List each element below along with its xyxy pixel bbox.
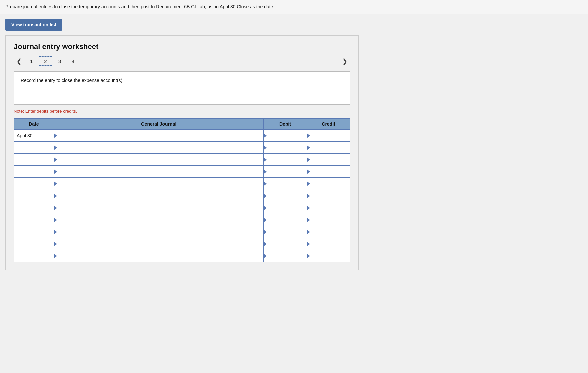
tab-prev-arrow[interactable]: ❮	[14, 57, 25, 66]
cell-credit-0[interactable]	[307, 130, 350, 142]
header-general-journal: General Journal	[54, 119, 264, 130]
cell-journal-0[interactable]	[54, 130, 264, 142]
table-header-row: Date General Journal Debit Credit	[14, 119, 350, 130]
cell-journal-2[interactable]	[54, 154, 264, 166]
table-row	[14, 226, 350, 238]
tab-next-arrow[interactable]: ❯	[339, 57, 350, 66]
worksheet-container: Journal entry worksheet ❮ 1 2 3 4 ❯ Reco…	[5, 35, 359, 270]
cell-date-3[interactable]	[14, 166, 54, 178]
table-row	[14, 190, 350, 202]
cell-journal-1[interactable]	[54, 142, 264, 154]
cell-journal-7[interactable]	[54, 214, 264, 226]
cell-date-6[interactable]	[14, 202, 54, 214]
cell-credit-6[interactable]	[307, 202, 350, 214]
cell-debit-2[interactable]	[264, 154, 307, 166]
cell-journal-3[interactable]	[54, 166, 264, 178]
cell-journal-8[interactable]	[54, 226, 264, 238]
cell-journal-5[interactable]	[54, 190, 264, 202]
tab-navigation: ❮ 1 2 3 4 ❯	[14, 56, 350, 66]
cell-debit-4[interactable]	[264, 178, 307, 190]
cell-date-2[interactable]	[14, 154, 54, 166]
cell-credit-3[interactable]	[307, 166, 350, 178]
header-date: Date	[14, 119, 54, 130]
table-row	[14, 154, 350, 166]
table-row: April 30	[14, 130, 350, 142]
cell-credit-9[interactable]	[307, 238, 350, 250]
table-row	[14, 166, 350, 178]
worksheet-title: Journal entry worksheet	[14, 42, 350, 51]
instruction-box-text: Record the entry to close the expense ac…	[21, 78, 124, 83]
cell-date-9[interactable]	[14, 238, 54, 250]
cell-debit-9[interactable]	[264, 238, 307, 250]
cell-credit-10[interactable]	[307, 250, 350, 262]
header-debit: Debit	[264, 119, 307, 130]
header-credit: Credit	[307, 119, 350, 130]
cell-journal-6[interactable]	[54, 202, 264, 214]
cell-date-10[interactable]	[14, 250, 54, 262]
cell-date-4[interactable]	[14, 178, 54, 190]
cell-debit-5[interactable]	[264, 190, 307, 202]
cell-journal-9[interactable]	[54, 238, 264, 250]
cell-date-0[interactable]: April 30	[14, 130, 54, 142]
cell-debit-1[interactable]	[264, 142, 307, 154]
cell-debit-10[interactable]	[264, 250, 307, 262]
cell-journal-4[interactable]	[54, 178, 264, 190]
table-row	[14, 142, 350, 154]
cell-credit-2[interactable]	[307, 154, 350, 166]
cell-debit-0[interactable]	[264, 130, 307, 142]
tab-1[interactable]: 1	[25, 57, 37, 65]
view-transactions-button[interactable]: View transaction list	[5, 19, 62, 31]
cell-date-7[interactable]	[14, 214, 54, 226]
cell-credit-1[interactable]	[307, 142, 350, 154]
instruction-text: Prepare journal entries to close the tem…	[5, 4, 274, 9]
cell-credit-8[interactable]	[307, 226, 350, 238]
instruction-box: Record the entry to close the expense ac…	[14, 71, 350, 105]
note-text: Note: Enter debits before credits.	[14, 109, 350, 114]
table-row	[14, 202, 350, 214]
table-row	[14, 250, 350, 262]
tab-2[interactable]: 2	[39, 56, 52, 66]
table-row	[14, 238, 350, 250]
cell-journal-10[interactable]	[54, 250, 264, 262]
cell-date-8[interactable]	[14, 226, 54, 238]
cell-debit-6[interactable]	[264, 202, 307, 214]
cell-date-5[interactable]	[14, 190, 54, 202]
cell-credit-7[interactable]	[307, 214, 350, 226]
cell-debit-3[interactable]	[264, 166, 307, 178]
cell-credit-5[interactable]	[307, 190, 350, 202]
cell-credit-4[interactable]	[307, 178, 350, 190]
table-row	[14, 178, 350, 190]
instruction-bar: Prepare journal entries to close the tem…	[0, 0, 588, 14]
cell-debit-8[interactable]	[264, 226, 307, 238]
cell-debit-7[interactable]	[264, 214, 307, 226]
cell-date-1[interactable]	[14, 142, 54, 154]
table-row	[14, 214, 350, 226]
journal-table: Date General Journal Debit Credit April …	[14, 118, 350, 262]
tab-3[interactable]: 3	[54, 57, 66, 65]
tab-4[interactable]: 4	[67, 57, 79, 65]
